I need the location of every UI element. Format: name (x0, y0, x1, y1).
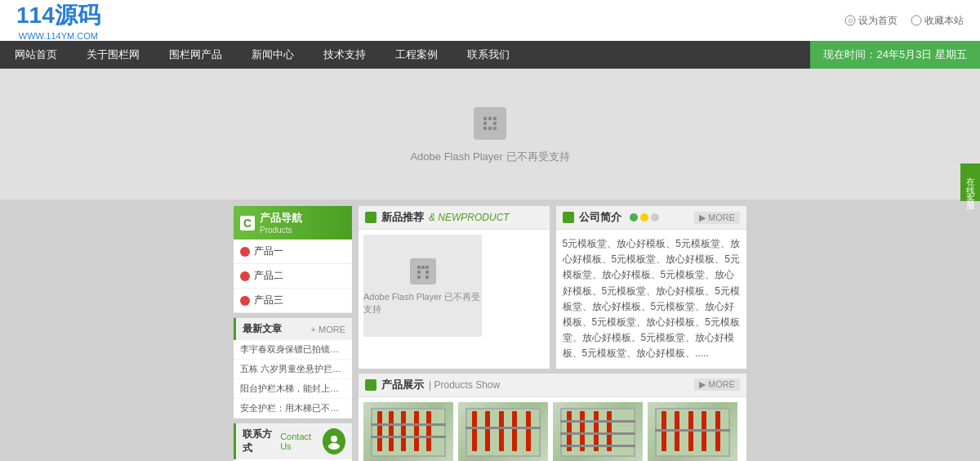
company-content: 5元模板堂、放心好模板、5元模板堂、放心好模板、5元模板堂、放心好模板、5元模板… (556, 230, 747, 369)
company-title: 公司简介 (579, 210, 621, 225)
flash-missing-icon (470, 104, 510, 143)
product-img-inner-3 (553, 402, 643, 462)
bookmark-icon (911, 15, 922, 26)
svg-rect-17 (421, 266, 425, 269)
nav-item-support[interactable]: 技术支持 (309, 41, 381, 69)
header: 114源码 WWW.114YM.COM ⊙ 设为首页 收藏本站 (0, 0, 980, 41)
products-letter: C (240, 216, 255, 230)
float-item-3[interactable]: 服 (963, 191, 978, 198)
sidebar-contact: 联系方式 Contact Us 服务热线 13776092255 (234, 423, 352, 461)
flash-missing-small-icon (408, 257, 438, 286)
product-img-inner-2 (458, 402, 548, 462)
navigation: 网站首页 关于围栏网 围栏网产品 新闻中心 技术支持 工程案例 联系我们 现在时… (0, 41, 980, 69)
svg-rect-19 (425, 271, 429, 274)
dot-green (630, 213, 638, 222)
article-item-2[interactable]: 五栋 六岁男童坐悬护拦建筑中 (234, 360, 352, 379)
float-item-1[interactable]: 线 (963, 175, 978, 181)
product-label-1: 产品一 (254, 244, 283, 258)
sidebar-product-item-1[interactable]: 产品一 (234, 239, 352, 264)
svg-text:⊙: ⊙ (848, 17, 853, 25)
company-header: 公司简介 ▶ MORE (556, 206, 747, 230)
flash-text: Adobe Flash Player 已不再受支持 (410, 150, 569, 164)
article-item-1[interactable]: 李宇春双身保镖已拍镜头 称丝丝 (234, 340, 352, 360)
current-time: 现在时间：24年5月3日 星期五 (810, 41, 980, 69)
company-dots (630, 213, 659, 222)
svg-rect-16 (425, 266, 429, 269)
product-showcase-2[interactable]: 苏州方管护栏网... (458, 402, 548, 462)
products-section: 产品展示 | Products Show ▶ MORE (359, 374, 746, 462)
svg-point-13 (328, 443, 340, 450)
nav-item-home[interactable]: 网站首页 (0, 41, 72, 69)
products-showcase-icon (365, 379, 376, 391)
product-showcase-3[interactable]: 苏州中级护栏网... (553, 402, 643, 462)
products-title: 产品导航 (260, 211, 302, 226)
sidebar-product-item-3[interactable]: 产品三 (234, 289, 352, 313)
set-homepage-link[interactable]: ⊙ 设为首页 (844, 14, 898, 28)
person-icon (326, 433, 342, 450)
sidebar-products: C 产品导航 Products 产品一 产品二 产品三 (234, 206, 352, 313)
nav-item-contact[interactable]: 联系我们 (452, 41, 524, 69)
float-item-2[interactable]: 客 (963, 183, 978, 190)
float-item-0[interactable]: 在 (963, 167, 978, 173)
nav-item-about[interactable]: 关于围栏网 (72, 41, 154, 69)
bookmark-link[interactable]: 收藏本站 (911, 14, 964, 28)
nav-item-news[interactable]: 新闻中心 (237, 41, 309, 69)
right-float-bar: 在 线 客 服 (960, 163, 980, 201)
new-products-subtitle: & NEWPRODUCT (429, 212, 510, 223)
logo-area: 114源码 WWW.114YM.COM (16, 0, 100, 41)
svg-rect-6 (488, 117, 492, 120)
product-img-3 (553, 402, 643, 462)
sidebar-contact-header: 联系方式 Contact Us (234, 423, 352, 459)
products-showcase-header: 产品展示 | Products Show ▶ MORE (359, 374, 746, 397)
banner-area: Adobe Flash Player 已不再受支持 (0, 69, 980, 199)
contact-title-cn: 联系方式 (243, 427, 277, 455)
article-item-3[interactable]: 阳台护栏木梯，能封上不？ (234, 379, 352, 399)
sidebar-articles: 最新文章 + MORE 李宇春双身保镖已拍镜头 称丝丝 五栋 六岁男童坐悬护拦建… (234, 318, 352, 418)
svg-point-2 (911, 16, 921, 25)
product-img-4 (648, 402, 737, 462)
product-dot-3 (240, 296, 250, 306)
products-showcase-subtitle: | Products Show (429, 379, 500, 391)
sidebar-articles-header: 最新文章 + MORE (234, 318, 352, 340)
svg-rect-15 (417, 266, 421, 269)
svg-rect-7 (483, 122, 487, 125)
new-products-icon (365, 212, 376, 223)
product-showcase-1[interactable]: 苏州铁路护栏网欧发... (363, 402, 453, 462)
company-section: 公司简介 ▶ MORE 5元模板堂、放心好模板、5元模板堂、放心好模板、5元模板… (556, 206, 747, 369)
logo-text[interactable]: 114源码 (16, 2, 100, 28)
main-content-wrapper: C 产品导航 Products 产品一 产品二 产品三 (0, 199, 980, 461)
right-content: 新品推荐 & NEWPRODUCT (359, 206, 746, 461)
svg-rect-14 (410, 258, 436, 284)
top-row: 新品推荐 & NEWPRODUCT (359, 206, 746, 369)
new-products-flash: Adobe Flash Player 已不再受支持 (363, 235, 482, 337)
company-icon (563, 212, 574, 223)
products-showcase-title: 产品展示 (381, 378, 424, 392)
logo-sub: WWW.114YM.COM (16, 31, 100, 41)
articles-more[interactable]: + MORE (311, 324, 345, 334)
flash-banner: Adobe Flash Player 已不再受支持 (410, 104, 569, 164)
articles-title: 最新文章 (243, 322, 282, 336)
product-dot-2 (240, 271, 250, 281)
new-products-header: 新品推荐 & NEWPRODUCT (359, 206, 550, 230)
dot-gray (651, 213, 659, 222)
products-showcase-more[interactable]: ▶ MORE (694, 378, 740, 391)
home-icon: ⊙ (844, 15, 856, 26)
svg-rect-8 (493, 122, 497, 125)
article-item-4[interactable]: 安全护栏：用木梯已不符合安全... (234, 399, 352, 418)
products-subtitle: Products (260, 226, 302, 235)
company-more[interactable]: ▶ MORE (694, 212, 740, 224)
product-img-1 (363, 402, 453, 462)
svg-rect-5 (493, 117, 497, 120)
new-products-title: 新品推荐 (381, 210, 424, 225)
svg-rect-20 (417, 275, 421, 279)
sidebar-product-item-2[interactable]: 产品二 (234, 264, 352, 289)
nav-item-products[interactable]: 围栏网产品 (154, 41, 237, 69)
svg-rect-10 (488, 127, 492, 130)
product-label-3: 产品三 (254, 293, 283, 307)
nav-item-cases[interactable]: 工程案例 (381, 41, 452, 69)
product-img-2 (458, 402, 548, 462)
product-showcase-4[interactable]: 苏州低级护栏网... (648, 402, 737, 462)
contact-title-en: Contact Us (280, 432, 319, 451)
content-row: C 产品导航 Products 产品一 产品二 产品三 (234, 206, 746, 461)
product-dot-1 (240, 247, 250, 257)
